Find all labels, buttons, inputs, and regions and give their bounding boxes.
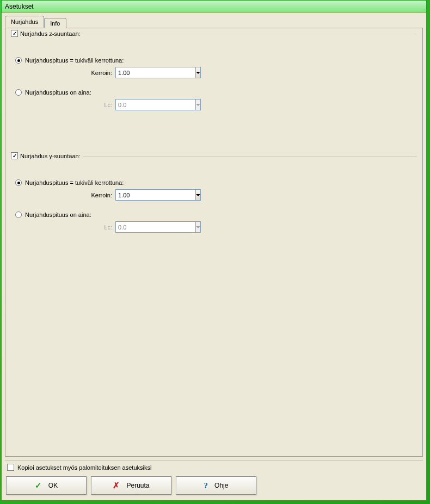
cancel-button-label: Peruuta [126,482,149,489]
group-y-legend: Nurjahdus y-suuntaan: [11,152,83,159]
radio-z-opt1[interactable] [15,57,22,64]
client-area: Nurjahdus Info Nurjahdus z-suuntaan: Nur… [1,12,427,501]
input-y-kerroin[interactable] [115,189,195,201]
radio-z-opt1-row: Nurjahduspituus = tukiväli kerrottuna: [15,57,416,64]
label-z-kerroin: Kerroin: [23,70,115,76]
combo-z-lc [115,99,197,110]
bottom-panel: Kopioi asetukset myös palomitoituksen as… [5,460,423,497]
group-z-legend-text: Nurjahdus z-suuntaan: [20,30,81,37]
help-button[interactable]: ? Ohje [176,476,256,495]
radio-y-opt2-row: Nurjahduspituus on aina: [15,211,416,218]
chevron-down-icon [196,72,200,74]
radio-y-opt2[interactable] [15,211,22,218]
help-button-label: Ohje [214,482,228,489]
group-z: Nurjahdus z-suuntaan: Nurjahduspituus = … [11,34,417,145]
radio-y-opt1-label: Nurjahduspituus = tukiväli kerrottuna: [25,179,124,186]
radio-z-opt2[interactable] [15,89,22,96]
label-y-lc: Lc: [23,224,115,231]
button-row: ✓ OK ✗ Peruuta ? Ohje [5,474,423,497]
tab-info[interactable]: Info [44,18,66,28]
tab-nurjahdus-label: Nurjahdus [11,18,38,25]
radio-z-opt1-label: Nurjahduspituus = tukiväli kerrottuna: [25,57,124,64]
chevron-down-icon [196,226,200,228]
check-icon: ✓ [35,481,42,490]
tab-nurjahdus[interactable]: Nurjahdus [5,16,44,28]
help-icon: ? [204,481,208,490]
combo-y-lc-button [195,221,201,233]
group-y: Nurjahdus y-suuntaan: Nurjahduspituus = … [11,156,417,240]
combo-y-lc [115,221,197,233]
tab-body: Nurjahdus z-suuntaan: Nurjahduspituus = … [5,28,423,457]
window-titlebar: Asetukset [1,0,427,12]
combo-z-kerroin[interactable] [115,67,197,78]
input-z-lc [115,99,195,110]
group-y-legend-text: Nurjahdus y-suuntaan: [20,153,81,159]
copy-row: Kopioi asetukset myös palomitoituksen as… [7,464,421,471]
checkbox-z-enable[interactable] [11,30,18,37]
tab-info-label: Info [50,20,60,27]
tabstrip: Nurjahdus Info [5,16,423,28]
radio-y-opt2-label: Nurjahduspituus on aina: [25,211,91,218]
label-copy-palo: Kopioi asetukset myös palomitoituksen as… [17,464,151,471]
combo-y-kerroin[interactable] [115,189,197,201]
chevron-down-icon [196,194,200,196]
radio-y-opt1-row: Nurjahduspituus = tukiväli kerrottuna: [15,179,416,186]
checkbox-y-enable[interactable] [11,152,18,159]
radio-z-opt2-label: Nurjahduspituus on aina: [25,89,91,96]
input-y-lc [115,221,195,233]
label-y-kerroin: Kerroin: [23,192,115,198]
close-icon: ✗ [113,481,120,490]
ok-button-label: OK [48,482,58,489]
combo-y-kerroin-button[interactable] [195,189,201,201]
group-z-legend: Nurjahdus z-suuntaan: [11,30,83,37]
ok-button[interactable]: ✓ OK [6,476,87,495]
window-title: Asetukset [5,3,34,10]
combo-z-lc-button [195,99,201,110]
chevron-down-icon [196,104,200,106]
label-z-lc: Lc: [23,102,115,108]
cancel-button[interactable]: ✗ Peruuta [91,476,171,495]
combo-z-kerroin-button[interactable] [195,67,201,78]
radio-y-opt1[interactable] [15,179,22,186]
radio-z-opt2-row: Nurjahduspituus on aina: [15,89,416,96]
checkbox-copy-palo[interactable] [7,464,14,471]
input-z-kerroin[interactable] [115,67,195,78]
